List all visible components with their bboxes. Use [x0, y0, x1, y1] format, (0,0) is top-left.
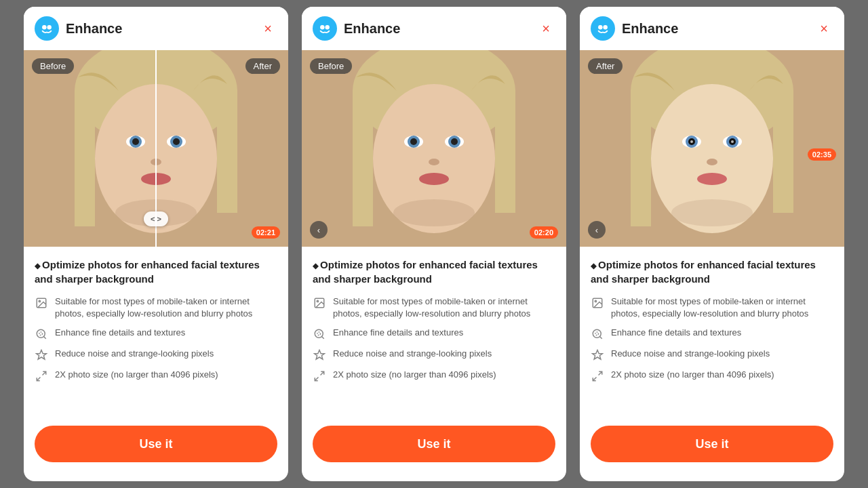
p3-feature-text-4: 2X photo size (no larger than 4096 pixel… [611, 369, 774, 381]
split-handle[interactable]: < > [144, 211, 168, 226]
panel-3-use-it-button[interactable]: Use it [591, 426, 833, 462]
panel-2-timer-badge: 02:20 [530, 226, 558, 239]
panel-3-content: Optimize photos for enhanced facial text… [580, 247, 844, 415]
panel-2-title: Enhance [344, 21, 530, 37]
svg-point-41 [603, 25, 607, 29]
svg-point-0 [42, 25, 46, 29]
panel-1-label-after: After [245, 58, 280, 74]
svg-point-34 [419, 173, 449, 185]
panel-3-photo [580, 50, 844, 247]
panel-3-feature-list: Suitable for most types of mobile-taken … [591, 296, 833, 383]
panel-2-footer: Use it [302, 415, 566, 481]
panel-1-label-before: Before [32, 58, 74, 74]
p3-feature-item-3: Reduce noise and strange-looking pixels [591, 348, 833, 362]
panel-3-chevron-button[interactable]: ‹ [588, 221, 606, 239]
panel-2-close-button[interactable]: × [536, 19, 555, 38]
noise-icon [35, 348, 48, 362]
p2-feature-item-2: Enhance fine details and textures [313, 327, 555, 341]
svg-point-1 [47, 25, 51, 29]
svg-point-18 [37, 330, 45, 338]
svg-point-9 [132, 138, 139, 145]
panel-2: Enhance × [302, 7, 566, 481]
svg-rect-5 [217, 91, 237, 213]
panel-3-close-button[interactable]: × [814, 19, 833, 38]
svg-point-29 [410, 138, 417, 145]
image-icon [35, 296, 48, 310]
panel-2-photo [302, 50, 566, 247]
svg-point-56 [690, 140, 693, 143]
svg-point-17 [39, 300, 40, 302]
p2-feature-item-4: 2X photo size (no larger than 4096 pixel… [313, 369, 555, 383]
svg-rect-25 [495, 91, 515, 213]
feature-text-2: Enhance fine details and textures [55, 327, 185, 339]
svg-rect-45 [773, 91, 793, 213]
svg-point-20 [320, 25, 324, 29]
svg-point-33 [429, 159, 439, 165]
p3-feature-text-2: Enhance fine details and textures [611, 327, 741, 339]
feature-text-4: 2X photo size (no larger than 4096 pixel… [55, 369, 218, 381]
p3-feature-item-1: Suitable for most types of mobile-taken … [591, 296, 833, 320]
svg-point-37 [317, 300, 318, 302]
p3-feature-item-2: Enhance fine details and textures [591, 327, 833, 341]
svg-rect-44 [631, 91, 651, 226]
svg-point-40 [598, 25, 602, 29]
svg-point-38 [315, 330, 323, 338]
panel-1-image-area: Before After < > 02:21 [24, 50, 288, 247]
p2-noise-icon [313, 348, 326, 362]
feature-text-1: Suitable for most types of mobile-taken … [55, 296, 277, 320]
panel-1-content: Optimize photos for enhanced facial text… [24, 247, 288, 415]
p2-feature-text-2: Enhance fine details and textures [333, 327, 463, 339]
p3-noise-icon [591, 348, 604, 362]
svg-point-12 [173, 138, 180, 145]
p3-resize-icon [591, 369, 604, 383]
p2-image-icon [313, 296, 326, 310]
svg-point-35 [393, 199, 475, 226]
panel-1-close-button[interactable]: × [258, 19, 277, 38]
svg-point-39 [317, 332, 321, 336]
p2-feature-text-3: Reduce noise and strange-looking pixels [333, 348, 492, 360]
svg-rect-4 [75, 91, 95, 226]
feature-item-1: Suitable for most types of mobile-taken … [35, 296, 277, 320]
p3-lens-icon [591, 327, 604, 341]
panel-1-header: Enhance × [24, 7, 288, 50]
p2-feature-item-1: Suitable for most types of mobile-taken … [313, 296, 555, 320]
app-logo-2 [313, 16, 337, 41]
panel-2-use-it-button[interactable]: Use it [313, 426, 555, 462]
p3-feature-text-1: Suitable for most types of mobile-taken … [611, 296, 833, 320]
p2-feature-item-3: Reduce noise and strange-looking pixels [313, 348, 555, 362]
svg-point-53 [707, 159, 717, 165]
svg-point-61 [595, 332, 599, 336]
panel-2-content: Optimize photos for enhanced facial text… [302, 247, 566, 415]
panel-1-main-title: Optimize photos for enhanced facial text… [35, 258, 277, 286]
feature-item-4: 2X photo size (no larger than 4096 pixel… [35, 369, 277, 383]
p2-lens-icon [313, 327, 326, 341]
resize-icon [35, 369, 48, 383]
svg-point-55 [671, 199, 753, 226]
p3-image-icon [591, 296, 604, 310]
p2-resize-icon [313, 369, 326, 383]
panel-2-chevron-button[interactable]: ‹ [310, 221, 328, 239]
panel-2-label-before: Before [310, 58, 352, 74]
panel-2-main-title: Optimize photos for enhanced facial text… [313, 258, 555, 286]
p3-feature-item-4: 2X photo size (no larger than 4096 pixel… [591, 369, 833, 383]
panel-2-image-area: Before 02:20 ‹ [302, 50, 566, 247]
svg-point-60 [593, 330, 601, 338]
feature-text-3: Reduce noise and strange-looking pixels [55, 348, 214, 360]
svg-point-21 [325, 25, 329, 29]
feature-item-3: Reduce noise and strange-looking pixels [35, 348, 277, 362]
feature-item-2: Enhance fine details and textures [35, 327, 277, 341]
panel-1-timer-badge: 02:21 [252, 226, 280, 239]
app-logo [35, 16, 59, 41]
panel-1-title: Enhance [66, 21, 252, 37]
panel-1-use-it-button[interactable]: Use it [35, 426, 277, 462]
p2-feature-text-4: 2X photo size (no larger than 4096 pixel… [333, 369, 496, 381]
app-logo-3 [591, 16, 615, 41]
panel-1: Enhance × [24, 7, 288, 481]
panel-3-image-area: After 02:35 ‹ [580, 50, 844, 247]
lens-icon [35, 327, 48, 341]
svg-point-59 [595, 300, 596, 302]
panel-2-header: Enhance × [302, 7, 566, 50]
panel-3-footer: Use it [580, 415, 844, 481]
panel-3-title: Enhance [622, 21, 808, 37]
svg-point-54 [697, 173, 727, 185]
